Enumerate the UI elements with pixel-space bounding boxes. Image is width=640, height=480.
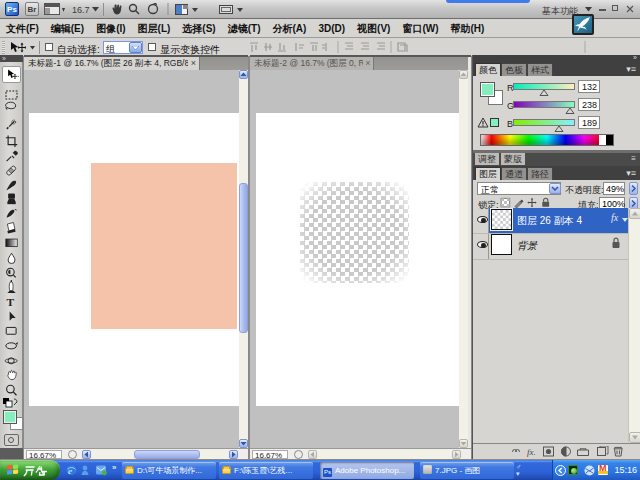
svg-text:e: e xyxy=(68,466,72,476)
svg-text:fx.: fx. xyxy=(527,447,536,457)
svg-text:T: T xyxy=(7,296,15,308)
